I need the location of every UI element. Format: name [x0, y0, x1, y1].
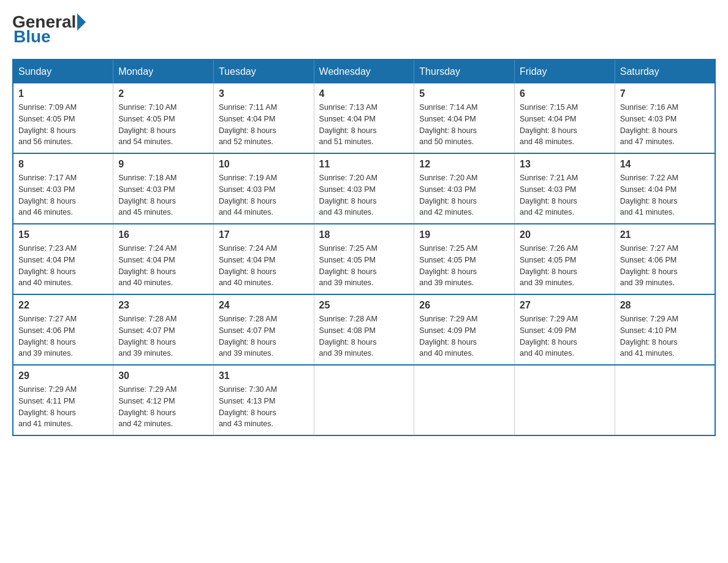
- calendar-cell: 21Sunrise: 7:27 AMSunset: 4:06 PMDayligh…: [615, 224, 715, 294]
- day-number: 29: [18, 370, 108, 381]
- day-info: Sunrise: 7:20 AMSunset: 4:03 PMDaylight:…: [319, 172, 409, 218]
- calendar-cell: [314, 365, 414, 435]
- week-row-5: 29Sunrise: 7:29 AMSunset: 4:11 PMDayligh…: [13, 365, 715, 435]
- day-info: Sunrise: 7:21 AMSunset: 4:03 PMDaylight:…: [520, 172, 610, 218]
- day-number: 24: [219, 300, 309, 311]
- day-info: Sunrise: 7:17 AMSunset: 4:03 PMDaylight:…: [18, 172, 108, 218]
- header-monday: Monday: [113, 59, 214, 83]
- day-number: 10: [219, 159, 309, 170]
- calendar-cell: 11Sunrise: 7:20 AMSunset: 4:03 PMDayligh…: [314, 153, 414, 224]
- day-number: 26: [419, 300, 509, 311]
- day-number: 8: [18, 159, 108, 170]
- day-info: Sunrise: 7:11 AMSunset: 4:04 PMDaylight:…: [219, 102, 309, 148]
- day-number: 13: [520, 159, 610, 170]
- day-number: 25: [319, 300, 409, 311]
- calendar-cell: 8Sunrise: 7:17 AMSunset: 4:03 PMDaylight…: [13, 153, 113, 224]
- day-number: 17: [219, 229, 309, 240]
- calendar-cell: [414, 365, 515, 435]
- day-info: Sunrise: 7:18 AMSunset: 4:03 PMDaylight:…: [118, 172, 208, 218]
- day-info: Sunrise: 7:28 AMSunset: 4:07 PMDaylight:…: [118, 313, 208, 359]
- day-info: Sunrise: 7:27 AMSunset: 4:06 PMDaylight:…: [18, 313, 108, 359]
- day-number: 28: [620, 300, 710, 311]
- calendar-cell: 15Sunrise: 7:23 AMSunset: 4:04 PMDayligh…: [13, 224, 113, 294]
- day-info: Sunrise: 7:24 AMSunset: 4:04 PMDaylight:…: [118, 243, 208, 289]
- calendar-cell: 26Sunrise: 7:29 AMSunset: 4:09 PMDayligh…: [414, 294, 515, 365]
- day-number: 30: [118, 370, 208, 381]
- day-info: Sunrise: 7:29 AMSunset: 4:09 PMDaylight:…: [520, 313, 610, 359]
- day-number: 1: [18, 88, 108, 99]
- day-number: 27: [520, 300, 610, 311]
- calendar-cell: 27Sunrise: 7:29 AMSunset: 4:09 PMDayligh…: [515, 294, 615, 365]
- day-info: Sunrise: 7:29 AMSunset: 4:10 PMDaylight:…: [620, 313, 710, 359]
- day-number: 16: [118, 229, 208, 240]
- week-row-2: 8Sunrise: 7:17 AMSunset: 4:03 PMDaylight…: [13, 153, 715, 224]
- day-info: Sunrise: 7:09 AMSunset: 4:05 PMDaylight:…: [18, 102, 108, 148]
- day-number: 18: [319, 229, 409, 240]
- day-info: Sunrise: 7:29 AMSunset: 4:11 PMDaylight:…: [18, 384, 108, 430]
- day-info: Sunrise: 7:27 AMSunset: 4:06 PMDaylight:…: [620, 243, 710, 289]
- day-number: 4: [319, 88, 409, 99]
- calendar-table: SundayMondayTuesdayWednesdayThursdayFrid…: [12, 59, 716, 436]
- calendar-cell: 6Sunrise: 7:15 AMSunset: 4:04 PMDaylight…: [515, 83, 615, 153]
- calendar-cell: 24Sunrise: 7:28 AMSunset: 4:07 PMDayligh…: [213, 294, 314, 365]
- day-info: Sunrise: 7:29 AMSunset: 4:09 PMDaylight:…: [419, 313, 509, 359]
- day-number: 15: [18, 229, 108, 240]
- page-header: General Blue: [12, 12, 716, 47]
- day-info: Sunrise: 7:14 AMSunset: 4:04 PMDaylight:…: [419, 102, 509, 148]
- header-tuesday: Tuesday: [213, 59, 314, 83]
- day-number: 3: [219, 88, 309, 99]
- day-info: Sunrise: 7:29 AMSunset: 4:12 PMDaylight:…: [118, 384, 208, 430]
- week-row-1: 1Sunrise: 7:09 AMSunset: 4:05 PMDaylight…: [13, 83, 715, 153]
- day-number: 11: [319, 159, 409, 170]
- calendar-cell: 2Sunrise: 7:10 AMSunset: 4:05 PMDaylight…: [113, 83, 214, 153]
- logo-arrow-icon: [77, 13, 86, 31]
- calendar-cell: 9Sunrise: 7:18 AMSunset: 4:03 PMDaylight…: [113, 153, 214, 224]
- day-info: Sunrise: 7:15 AMSunset: 4:04 PMDaylight:…: [520, 102, 610, 148]
- calendar-cell: [615, 365, 715, 435]
- week-row-4: 22Sunrise: 7:27 AMSunset: 4:06 PMDayligh…: [13, 294, 715, 365]
- header-wednesday: Wednesday: [314, 59, 414, 83]
- calendar-cell: 20Sunrise: 7:26 AMSunset: 4:05 PMDayligh…: [515, 224, 615, 294]
- day-number: 23: [118, 300, 208, 311]
- day-info: Sunrise: 7:16 AMSunset: 4:03 PMDaylight:…: [620, 102, 710, 148]
- day-number: 12: [419, 159, 509, 170]
- calendar-cell: 22Sunrise: 7:27 AMSunset: 4:06 PMDayligh…: [13, 294, 113, 365]
- calendar-cell: 25Sunrise: 7:28 AMSunset: 4:08 PMDayligh…: [314, 294, 414, 365]
- logo-blue-text: Blue: [13, 27, 51, 47]
- calendar-header-row: SundayMondayTuesdayWednesdayThursdayFrid…: [13, 59, 715, 83]
- day-info: Sunrise: 7:10 AMSunset: 4:05 PMDaylight:…: [118, 102, 208, 148]
- day-info: Sunrise: 7:25 AMSunset: 4:05 PMDaylight:…: [419, 243, 509, 289]
- calendar-cell: 1Sunrise: 7:09 AMSunset: 4:05 PMDaylight…: [13, 83, 113, 153]
- calendar-cell: 30Sunrise: 7:29 AMSunset: 4:12 PMDayligh…: [113, 365, 214, 435]
- calendar-cell: 13Sunrise: 7:21 AMSunset: 4:03 PMDayligh…: [515, 153, 615, 224]
- calendar-cell: 4Sunrise: 7:13 AMSunset: 4:04 PMDaylight…: [314, 83, 414, 153]
- day-number: 19: [419, 229, 509, 240]
- header-friday: Friday: [515, 59, 615, 83]
- day-info: Sunrise: 7:28 AMSunset: 4:08 PMDaylight:…: [319, 313, 409, 359]
- logo: General Blue: [12, 12, 87, 47]
- day-info: Sunrise: 7:28 AMSunset: 4:07 PMDaylight:…: [219, 313, 309, 359]
- header-sunday: Sunday: [13, 59, 113, 83]
- calendar-cell: 31Sunrise: 7:30 AMSunset: 4:13 PMDayligh…: [213, 365, 314, 435]
- calendar-cell: 3Sunrise: 7:11 AMSunset: 4:04 PMDaylight…: [213, 83, 314, 153]
- calendar-cell: [515, 365, 615, 435]
- day-number: 6: [520, 88, 610, 99]
- day-info: Sunrise: 7:22 AMSunset: 4:04 PMDaylight:…: [620, 172, 710, 218]
- day-info: Sunrise: 7:20 AMSunset: 4:03 PMDaylight:…: [419, 172, 509, 218]
- day-info: Sunrise: 7:24 AMSunset: 4:04 PMDaylight:…: [219, 243, 309, 289]
- calendar-cell: 23Sunrise: 7:28 AMSunset: 4:07 PMDayligh…: [113, 294, 214, 365]
- calendar-cell: 10Sunrise: 7:19 AMSunset: 4:03 PMDayligh…: [213, 153, 314, 224]
- header-thursday: Thursday: [414, 59, 515, 83]
- day-number: 31: [219, 370, 309, 381]
- calendar-cell: 28Sunrise: 7:29 AMSunset: 4:10 PMDayligh…: [615, 294, 715, 365]
- day-number: 9: [118, 159, 208, 170]
- day-info: Sunrise: 7:26 AMSunset: 4:05 PMDaylight:…: [520, 243, 610, 289]
- day-info: Sunrise: 7:13 AMSunset: 4:04 PMDaylight:…: [319, 102, 409, 148]
- calendar-cell: 19Sunrise: 7:25 AMSunset: 4:05 PMDayligh…: [414, 224, 515, 294]
- calendar-cell: 12Sunrise: 7:20 AMSunset: 4:03 PMDayligh…: [414, 153, 515, 224]
- day-info: Sunrise: 7:30 AMSunset: 4:13 PMDaylight:…: [219, 384, 309, 430]
- day-number: 22: [18, 300, 108, 311]
- calendar-cell: 29Sunrise: 7:29 AMSunset: 4:11 PMDayligh…: [13, 365, 113, 435]
- calendar-cell: 5Sunrise: 7:14 AMSunset: 4:04 PMDaylight…: [414, 83, 515, 153]
- header-saturday: Saturday: [615, 59, 715, 83]
